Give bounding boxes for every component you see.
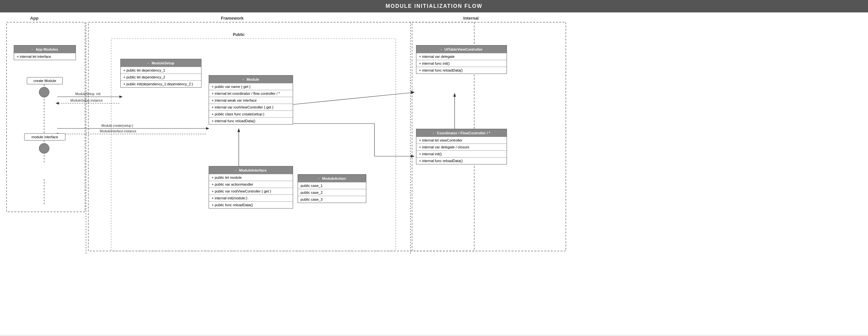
- svg-text:Framework: Framework: [221, 16, 244, 21]
- svg-text:ModuleInterface.instance: ModuleInterface.instance: [100, 129, 136, 133]
- module-setup-row-2: + public let dependency_2: [121, 73, 201, 80]
- module-setup-row-1: + public let dependency_1: [121, 67, 201, 73]
- mi-row-5: + public func reloadData(): [209, 201, 293, 208]
- module-interface-circle: [39, 143, 50, 154]
- module-setup-row-3: + public init(dependency_1:dependency_2:…: [121, 80, 201, 87]
- module-row-4: + internal var rootViewController { get …: [209, 104, 293, 110]
- module-row-6: + internal func reloadData(): [209, 117, 293, 124]
- cfc-row-2: + internal var delegate / closure: [416, 143, 506, 150]
- cfc-row-1: + internal let viewController: [416, 137, 506, 143]
- cfc-row-3: + internal init(): [416, 150, 506, 157]
- svg-text:Module.create(setup:): Module.create(setup:): [101, 124, 133, 128]
- svg-marker-17: [206, 127, 209, 130]
- mi-row-3: + public var rootViewController { get }: [209, 188, 293, 195]
- app-modules-row-1: + internal let interface: [14, 53, 75, 60]
- module-row-2: + internal let coordinator / flow contro…: [209, 90, 293, 97]
- uitvc-row-3: + internal func reloadData(): [416, 67, 506, 73]
- uitvc-row-1: + internal var delegate: [416, 53, 506, 60]
- svg-marker-27: [411, 155, 415, 158]
- module-row-1: + public var name { get }: [209, 83, 293, 90]
- mi-row-2: + public var actionHandler: [209, 181, 293, 188]
- svg-line-22: [292, 93, 413, 105]
- svg-text:ModuleSetup.instance: ModuleSetup.instance: [70, 99, 103, 102]
- module-class: - Module + public var name { get } + int…: [209, 75, 293, 125]
- module-action-class: - ModuleAction public case_1 public case…: [298, 174, 366, 203]
- cfc-header: - Coordinator / FlowController / *: [416, 129, 506, 137]
- svg-marker-29: [453, 93, 456, 97]
- module-header: - Module: [209, 75, 293, 83]
- create-module-circle: [39, 87, 50, 97]
- ma-row-2: public case_2: [298, 189, 366, 196]
- svg-marker-11: [119, 95, 123, 98]
- ma-row-1: public case_1: [298, 182, 366, 189]
- module-interface-class: - ModuleInterface + public let module + …: [209, 166, 293, 208]
- module-interface-actor: module interface: [24, 133, 65, 140]
- module-interface-header: - ModuleInterface: [209, 166, 293, 174]
- uitvc-row-2: + internal func init(): [416, 60, 506, 67]
- svg-text:Public: Public: [233, 32, 245, 37]
- ma-row-3: public case_3: [298, 196, 366, 203]
- module-row-5: + public class func create(setup:): [209, 110, 293, 117]
- uitableviewcontroller-class: - UITableViewController + internal var d…: [416, 45, 507, 74]
- module-setup-class: - ModuleSetup + public let dependency_1 …: [120, 59, 202, 88]
- module-row-3: + internal weak var interface: [209, 97, 293, 104]
- page-title: MODULE INITIALIZATION FLOW: [385, 3, 483, 9]
- uitvc-header: - UITableViewController: [416, 45, 506, 53]
- cfc-row-4: + internal func reloadData(): [416, 157, 506, 164]
- svg-marker-31: [238, 128, 240, 132]
- app-modules-class: - App Modules + internal let interface: [14, 45, 76, 60]
- svg-marker-23: [411, 91, 415, 94]
- app-modules-header: - App Modules: [14, 45, 75, 53]
- module-action-header: - ModuleAction: [298, 174, 366, 182]
- svg-text:ModuleSetup. init: ModuleSetup. init: [75, 92, 100, 96]
- coordinator-flowcontroller-class: - Coordinator / FlowController / * + int…: [416, 129, 507, 164]
- diagram-area: App Framework Public Internal ModuleSetu…: [0, 12, 868, 335]
- module-setup-header: - ModuleSetup: [121, 59, 201, 67]
- create-module-actor: create Module: [27, 77, 63, 84]
- page-title-bar: MODULE INITIALIZATION FLOW: [0, 0, 868, 12]
- svg-text:Internal: Internal: [463, 16, 479, 21]
- svg-text:App: App: [30, 16, 38, 21]
- mi-row-4: + internal init(module:): [209, 195, 293, 201]
- svg-marker-14: [56, 102, 59, 105]
- mi-row-1: + public let module: [209, 174, 293, 181]
